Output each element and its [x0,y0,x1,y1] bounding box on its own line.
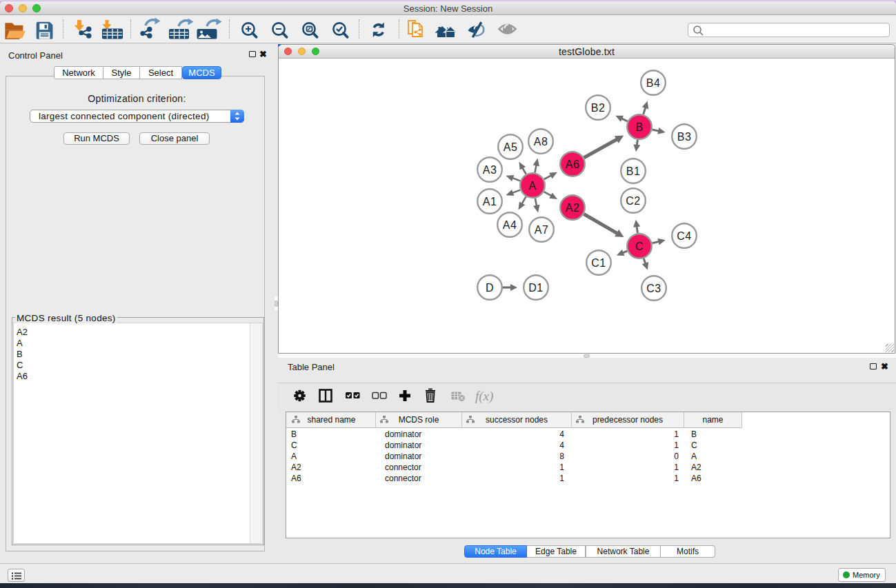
svg-text:A6: A6 [566,159,580,170]
svg-text:D1: D1 [528,282,543,294]
svg-text:A5: A5 [504,141,518,153]
svg-text:C: C [635,241,644,252]
svg-text:C4: C4 [677,230,691,242]
svg-text:A8: A8 [534,136,548,148]
svg-text:C2: C2 [626,195,640,207]
svg-text:A2: A2 [566,202,580,214]
svg-text:D: D [486,282,494,294]
svg-text:B2: B2 [591,102,606,114]
svg-text:B1: B1 [626,165,641,177]
svg-text:B4: B4 [646,77,661,89]
svg-text:A7: A7 [535,224,549,236]
svg-text:C3: C3 [646,283,661,294]
svg-text:B: B [635,121,643,133]
svg-text:B3: B3 [677,131,692,143]
svg-text:A4: A4 [503,219,517,231]
svg-text:A: A [528,180,536,192]
svg-text:C1: C1 [591,257,606,269]
svg-text:A1: A1 [483,196,497,207]
svg-text:A3: A3 [483,164,497,176]
